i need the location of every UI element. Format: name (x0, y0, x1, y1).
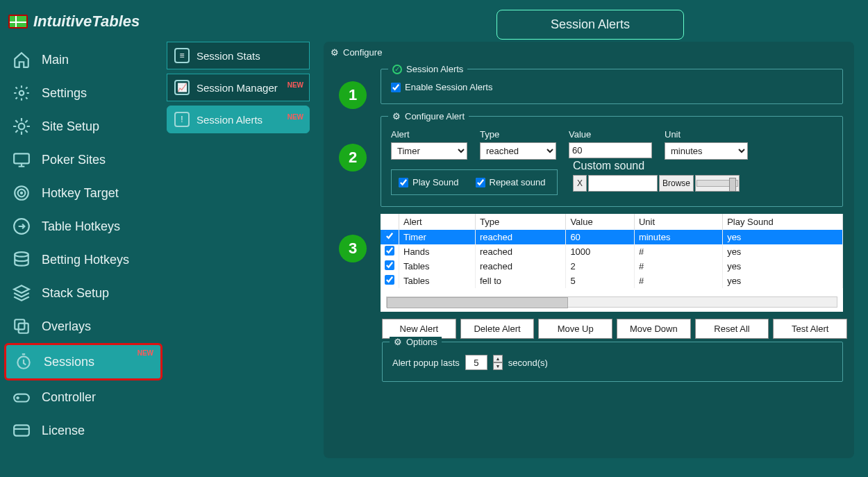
nav-controller[interactable]: Controller (4, 380, 162, 414)
configure-alert-legend: ⚙ Configure Alert (388, 111, 469, 122)
page-title: Session Alerts (496, 10, 684, 40)
row-checkbox[interactable] (385, 275, 394, 285)
popup-seconds-input[interactable] (465, 355, 487, 370)
nav-poker-sites[interactable]: Poker Sites (4, 143, 162, 176)
enable-checkbox-input[interactable] (391, 83, 401, 92)
cell-type: reached (475, 244, 565, 259)
main-content: Session Alerts ⚙ Configure 1 ✓ Session A… (310, 0, 868, 477)
nav-license[interactable]: License (4, 414, 162, 447)
table-row[interactable]: Hands reached 1000 # yes (381, 244, 843, 259)
nav-label: Hotkey Target (42, 186, 119, 201)
nav-overlays[interactable]: Overlays (4, 310, 162, 343)
stopwatch-icon (13, 351, 34, 372)
new-badge: NEW (137, 349, 153, 357)
type-select[interactable]: reached (480, 142, 556, 160)
app-name: IntuitiveTables (33, 12, 140, 31)
spin-down-button[interactable]: ▼ (493, 362, 503, 370)
nav-betting-hotkeys[interactable]: Betting Hotkeys (4, 243, 162, 276)
sec-session-manager[interactable]: 📈 Session Manager NEW (167, 74, 310, 101)
session-alerts-legend: ✓ Session Alerts (388, 64, 467, 74)
reset-all-button[interactable]: Reset All (695, 319, 769, 339)
row-checkbox[interactable] (385, 231, 394, 241)
custom-sound-input[interactable] (588, 175, 658, 192)
gear-icon: ⚙ (331, 47, 339, 58)
nav-sessions[interactable]: Sessions NEW (4, 343, 162, 380)
repeat-sound-input[interactable] (476, 178, 485, 187)
play-sound-input[interactable] (399, 178, 408, 187)
nav-label: Overlays (42, 319, 91, 334)
th-alert[interactable]: Alert (399, 214, 476, 230)
nav-label: Settings (42, 86, 87, 101)
row-checkbox[interactable] (385, 246, 394, 256)
table-row[interactable]: Timer reached 60 minutes yes (381, 230, 843, 244)
svg-rect-8 (15, 319, 24, 329)
cell-value: 2 (566, 259, 634, 274)
nav-label: Controller (42, 390, 96, 405)
test-alert-button[interactable]: Test Alert (773, 319, 847, 339)
repeat-sound-checkbox[interactable]: Repeat sound (476, 177, 546, 187)
cell-unit: # (634, 244, 722, 259)
nav-label: Table Hotkeys (42, 219, 120, 234)
cell-alert: Tables (399, 274, 476, 288)
cell-alert: Hands (399, 244, 476, 259)
nav-label: Site Setup (42, 119, 99, 134)
repeat-sound-label: Repeat sound (490, 177, 546, 187)
nav-stack-setup[interactable]: Stack Setup (4, 276, 162, 310)
nav-main[interactable]: Main (4, 43, 162, 76)
alerts-table: Alert Type Value Unit Play Sound Timer r… (381, 214, 843, 312)
horizontal-scrollbar[interactable] (386, 296, 837, 308)
table-row[interactable]: Tables reached 2 # yes (381, 259, 843, 274)
configure-heading-text: Configure (343, 47, 382, 58)
step-badge-1: 1 (339, 81, 367, 109)
legend-text: Configure Alert (405, 111, 465, 122)
alert-select[interactable]: Timer (391, 142, 467, 160)
delete-alert-button[interactable]: Delete Alert (460, 319, 535, 339)
nav-settings[interactable]: Settings (4, 76, 162, 110)
new-badge: NEW (287, 113, 303, 121)
browse-button[interactable]: Browse (659, 175, 694, 192)
volume-slider[interactable] (695, 175, 740, 192)
cell-play: yes (723, 259, 843, 274)
unit-label: Unit (665, 129, 748, 140)
nav-hotkey-target[interactable]: Hotkey Target (4, 176, 162, 210)
nav-table-hotkeys[interactable]: Table Hotkeys (4, 210, 162, 243)
nav-label: Stack Setup (42, 286, 109, 301)
new-alert-button[interactable]: New Alert (382, 319, 456, 339)
th-value[interactable]: Value (566, 214, 634, 230)
cell-play: yes (723, 244, 843, 259)
th-unit[interactable]: Unit (634, 214, 722, 230)
sidebar-main: IntuitiveTables Main Settings Site Setup… (0, 0, 167, 477)
svg-point-1 (19, 124, 25, 130)
step-badge-2: 2 (339, 144, 367, 171)
clear-sound-button[interactable]: X (573, 175, 587, 192)
value-label: Value (569, 129, 652, 140)
play-sound-checkbox[interactable]: Play Sound (399, 177, 459, 187)
move-down-button[interactable]: Move Down (617, 319, 691, 339)
sound-options: Play Sound Repeat sound (391, 169, 558, 195)
enable-session-alerts-checkbox[interactable]: Enable Session Alerts (391, 82, 833, 92)
move-up-button[interactable]: Move Up (538, 319, 612, 339)
cell-type: fell to (475, 274, 565, 288)
enable-label: Enable Session Alerts (405, 82, 492, 92)
sec-session-alerts[interactable]: ! Session Alerts NEW (167, 106, 310, 133)
popup-label-post: second(s) (508, 358, 548, 368)
legend-text: Session Alerts (406, 64, 463, 74)
sec-session-stats[interactable]: ≡ Session Stats (167, 42, 310, 69)
cell-alert: Timer (399, 230, 476, 244)
th-type[interactable]: Type (475, 214, 565, 230)
unit-select[interactable]: minutes (665, 142, 748, 160)
cell-value: 5 (566, 274, 634, 288)
cell-unit: # (634, 259, 722, 274)
th-play-sound[interactable]: Play Sound (723, 214, 843, 230)
svg-rect-2 (14, 153, 29, 163)
cell-unit: minutes (634, 230, 722, 244)
spin-up-button[interactable]: ▲ (493, 355, 503, 362)
svg-rect-9 (19, 324, 28, 333)
cell-value: 1000 (566, 244, 634, 259)
options-legend: ⚙ Options (390, 337, 442, 347)
nav-site-setup[interactable]: Site Setup (4, 110, 162, 143)
table-row[interactable]: Tables fell to 5 # yes (381, 274, 843, 288)
cell-alert: Tables (399, 259, 476, 274)
row-checkbox[interactable] (385, 260, 394, 270)
value-input[interactable] (569, 142, 652, 158)
